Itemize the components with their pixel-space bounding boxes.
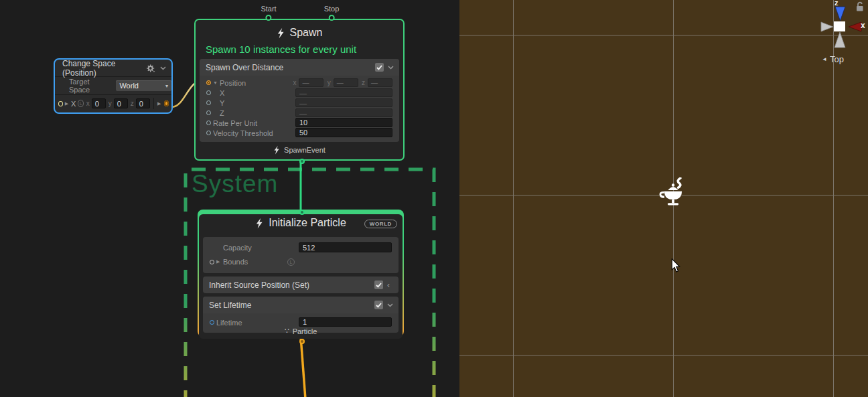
position-z-field[interactable]: — <box>368 78 392 87</box>
block-collapse-chevron[interactable] <box>387 303 394 308</box>
spawn-stop-port[interactable]: Stop <box>324 5 340 21</box>
initialize-input-port[interactable] <box>299 210 305 215</box>
block-collapse-chevron[interactable] <box>388 65 394 70</box>
block-expand-chevron[interactable]: ‹ <box>387 283 394 288</box>
spawn-node[interactable]: Start Stop Spawn Spawn 10 instances for … <box>194 19 405 161</box>
view-orientation-label[interactable]: ◄ Top <box>822 54 844 64</box>
axis-x-label: x <box>292 79 296 86</box>
y-value-field[interactable]: 0 <box>114 98 129 108</box>
spawn-over-distance-block[interactable]: Spawn Over Distance <box>200 59 399 142</box>
vfx-editor: System Start Stop Spawn Spawn 10 instanc… <box>0 0 868 397</box>
spawn-output-port[interactable] <box>299 159 305 164</box>
z-value-field[interactable]: 0 <box>136 98 151 108</box>
particle-icon: ∵ <box>285 327 289 335</box>
gizmo-x-label: x <box>861 21 865 30</box>
block-title: Inherit Source Position (Set) <box>209 281 309 290</box>
gizmo-center-cube[interactable] <box>834 21 845 31</box>
block-enabled-checkbox[interactable] <box>374 301 383 309</box>
y-field[interactable]: — <box>295 98 392 107</box>
x-field[interactable]: — <box>295 88 392 97</box>
check-icon <box>376 303 382 308</box>
change-space-title: Change Space (Position) <box>62 59 147 78</box>
rate-field[interactable]: 10 <box>295 118 392 127</box>
expander-right-icon[interactable]: ▶ <box>65 101 69 106</box>
rate-per-unit-row[interactable]: Rate Per Unit 10 <box>204 118 395 128</box>
vfx-lamp-gizmo-icon[interactable] <box>659 177 687 210</box>
expander-right-icon[interactable]: ▶ <box>216 259 223 264</box>
z-input-port[interactable] <box>206 110 211 115</box>
x-input-port[interactable] <box>206 90 211 95</box>
x-input-port[interactable] <box>58 101 63 106</box>
lifetime-label: Lifetime <box>216 319 242 327</box>
flow-port-icon[interactable] <box>265 15 271 21</box>
z-field[interactable]: — <box>295 108 392 117</box>
gizmo-left-axis-cone[interactable] <box>821 22 833 31</box>
block-enabled-checkbox[interactable] <box>374 281 383 289</box>
grid-line <box>513 0 514 397</box>
gizmo-x-axis-cone[interactable] <box>849 22 861 31</box>
lifetime-input-port[interactable] <box>210 320 214 325</box>
gear-icon[interactable] <box>147 64 155 72</box>
system-container-title: System <box>192 170 278 198</box>
axis-z-label: z <box>130 100 133 107</box>
expander-down-icon[interactable]: ▼ <box>213 80 220 85</box>
lightning-icon <box>277 27 284 39</box>
rate-input-port[interactable] <box>206 121 211 125</box>
block-title: Spawn Over Distance <box>206 63 283 72</box>
check-icon <box>376 65 382 70</box>
target-space-dropdown[interactable]: World ▾ <box>116 80 171 91</box>
check-icon <box>376 283 382 288</box>
position-y-field[interactable]: — <box>334 78 358 87</box>
lightning-icon <box>255 218 263 229</box>
position-y-row[interactable]: Y — <box>204 98 395 108</box>
velocity-input-port[interactable] <box>206 131 211 135</box>
y-label: Y <box>220 99 224 107</box>
initialize-settings-block[interactable]: Capacity 512 ▶ Bounds L <box>203 237 399 273</box>
spawn-node-subtitle: Spawn 10 instances for every unit <box>206 44 403 55</box>
scene-view[interactable]: z x ◄ Top <box>459 0 868 397</box>
position-label: Position <box>220 79 246 87</box>
initialize-particle-node[interactable]: Initialize Particle WORLD Capacity 512 ▶ <box>198 210 404 337</box>
position-input-port[interactable] <box>206 80 211 85</box>
target-space-label: Target Space <box>69 78 112 94</box>
view-arrow-icon: ◄ <box>822 56 827 62</box>
grid-line <box>459 35 868 35</box>
change-space-node[interactable]: Change Space (Position) <box>54 58 173 114</box>
block-title: Set Lifetime <box>209 301 251 310</box>
position-x-row[interactable]: X — <box>204 88 395 98</box>
position-x-field[interactable]: — <box>299 78 323 87</box>
bounds-input-port[interactable] <box>210 260 214 264</box>
velocity-threshold-row[interactable]: Velocity Threshold 50 <box>204 128 395 138</box>
capacity-field[interactable]: 512 <box>299 242 392 252</box>
spawn-start-port[interactable]: Start <box>261 5 276 21</box>
x-value-field[interactable]: 0 <box>92 98 106 108</box>
mouse-cursor <box>671 258 680 272</box>
world-space-badge[interactable]: WORLD <box>364 220 397 228</box>
vfx-graph-canvas[interactable]: System Start Stop Spawn Spawn 10 instanc… <box>0 0 459 397</box>
axis-x-label: x <box>86 100 89 107</box>
node-collapse-chevron[interactable] <box>160 66 166 71</box>
gizmo-z-label: z <box>835 0 839 7</box>
block-enabled-checkbox[interactable] <box>375 63 384 72</box>
lifetime-field[interactable]: 1 <box>299 317 392 327</box>
rate-label: Rate Per Unit <box>213 119 257 127</box>
bounds-row[interactable]: ▶ Bounds L <box>207 254 394 269</box>
local-space-icon[interactable]: L <box>287 258 295 266</box>
change-space-output-port[interactable] <box>164 100 169 106</box>
axis-y-label: y <box>108 100 111 107</box>
gizmo-z-axis-cone[interactable] <box>835 7 845 21</box>
spawn-stop-label: Stop <box>324 5 340 13</box>
position-z-row[interactable]: Z — <box>204 108 395 118</box>
gizmo-down-axis-cone[interactable] <box>835 32 845 48</box>
capacity-row[interactable]: Capacity 512 <box>207 241 394 254</box>
local-space-icon[interactable]: L <box>78 100 84 107</box>
axis-z-label: z <box>361 79 365 86</box>
flow-port-icon[interactable] <box>328 15 334 21</box>
y-input-port[interactable] <box>206 100 211 105</box>
velocity-field[interactable]: 50 <box>295 128 392 137</box>
initialize-output-port[interactable] <box>299 339 305 344</box>
velocity-label: Velocity Threshold <box>213 129 273 137</box>
inherit-source-position-block[interactable]: Inherit Source Position (Set) ‹ <box>203 276 399 293</box>
wire-particle <box>301 337 305 397</box>
position-row[interactable]: ▼ Position x — y — z — <box>204 78 395 88</box>
